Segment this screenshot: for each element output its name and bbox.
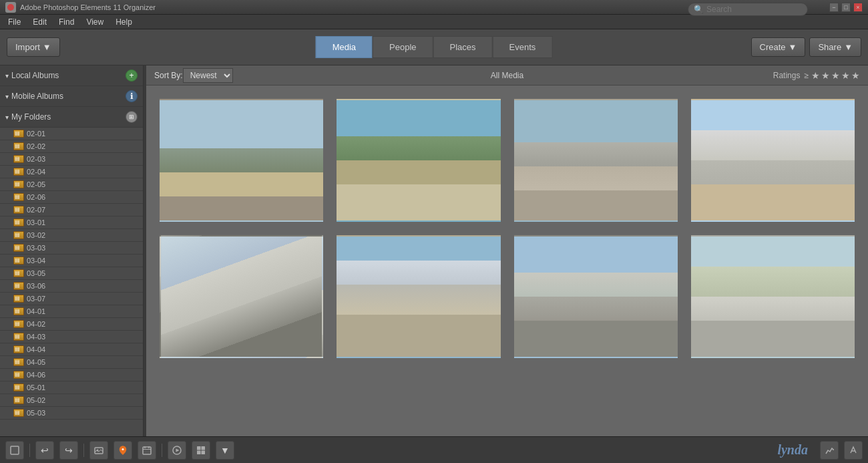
undo-button[interactable]: ↩ (35, 441, 54, 460)
tab-events[interactable]: Events (493, 36, 553, 58)
photo-thumb-4[interactable] (691, 99, 855, 222)
local-albums-header[interactable]: ▾ Local Albums + (0, 65, 143, 86)
folder-label: 04-05 (27, 358, 45, 366)
import-button[interactable]: Import ▼ (7, 37, 60, 57)
photo-thumb-5[interactable] (160, 235, 323, 358)
folder-label: 04-04 (27, 345, 45, 353)
sidebar-folder-02-05[interactable]: 02-05 (0, 178, 143, 191)
slideshow-panel-button[interactable] (5, 441, 24, 460)
svg-point-15 (833, 449, 834, 450)
create-arrow: ▼ (789, 42, 797, 52)
photo-thumb-7[interactable] (514, 235, 678, 358)
sidebar-folder-04-03[interactable]: 04-03 (0, 331, 143, 343)
menu-file[interactable]: File (3, 16, 26, 28)
tools-button-2[interactable] (844, 441, 863, 460)
lynda-logo: lynda (777, 442, 808, 458)
location-button[interactable] (114, 441, 132, 460)
maximize-button[interactable]: □ (841, 3, 851, 12)
photo-thumb-8[interactable] (691, 235, 855, 358)
photo-thumb-2[interactable] (337, 99, 500, 222)
display-dropdown-button[interactable]: ▼ (216, 441, 234, 460)
folder-icon (13, 193, 24, 201)
sidebar-folder-04-05[interactable]: 04-05 (0, 356, 143, 369)
star-2[interactable]: ★ (821, 70, 830, 81)
minimize-button[interactable]: − (829, 3, 839, 12)
photo-thumb-3[interactable] (514, 99, 678, 222)
sidebar-folder-03-07[interactable]: 03-07 (0, 293, 143, 305)
create-label: Create (760, 42, 786, 52)
folder-label: 03-05 (27, 269, 45, 277)
folder-icon (13, 333, 24, 341)
tab-people[interactable]: People (373, 36, 433, 58)
star-4[interactable]: ★ (841, 70, 850, 81)
calendar-button[interactable] (138, 441, 156, 460)
bottom-toolbar: ↩ ↪ ▼ lynda (0, 436, 868, 463)
add-media-button[interactable] (89, 441, 108, 460)
folder-label: 05-03 (27, 409, 45, 417)
folder-label: 04-01 (27, 307, 45, 315)
folder-icon (13, 155, 24, 163)
sidebar-folder-04-02[interactable]: 04-02 (0, 318, 143, 331)
redo-button[interactable]: ↪ (59, 441, 78, 460)
local-albums-arrow: ▾ (5, 72, 9, 80)
folder-icon (13, 269, 24, 277)
sort-select[interactable]: Newest Oldest Name Rating (183, 68, 233, 83)
local-albums-label: Local Albums (11, 71, 59, 80)
sidebar-folder-05-02[interactable]: 05-02 (0, 394, 143, 407)
search-input[interactable] (706, 5, 800, 14)
add-album-button[interactable]: + (126, 69, 138, 82)
svg-rect-14 (202, 450, 206, 454)
sidebar-folder-03-04[interactable]: 03-04 (0, 255, 143, 267)
sidebar-folder-02-06[interactable]: 02-06 (0, 191, 143, 204)
folder-icon (13, 130, 24, 138)
tools-button-1[interactable] (820, 441, 839, 460)
menu-view[interactable]: View (81, 16, 109, 28)
sidebar-folder-03-03[interactable]: 03-03 (0, 242, 143, 255)
sidebar-folder-04-04[interactable]: 04-04 (0, 343, 143, 356)
sidebar-folder-02-04[interactable]: 02-04 (0, 166, 143, 178)
share-button[interactable]: Share ▼ (809, 37, 861, 57)
sidebar-folder-05-03[interactable]: 05-03 (0, 407, 143, 420)
ratings-area: Ratings ≥ ★ ★ ★ ★ ★ (773, 70, 860, 81)
my-folders-expand-button[interactable]: ⊞ (126, 111, 138, 123)
sidebar-folder-03-06[interactable]: 03-06 (0, 280, 143, 293)
folder-label: 03-02 (27, 231, 45, 239)
sidebar-folder-03-02[interactable]: 03-02 (0, 229, 143, 242)
tab-places[interactable]: Places (433, 36, 493, 58)
svg-rect-13 (197, 450, 201, 454)
create-button[interactable]: Create ▼ (751, 37, 806, 57)
folder-icon (13, 218, 24, 226)
menu-edit[interactable]: Edit (27, 16, 52, 28)
top-toolbar: Import ▼ Media People Places Events Crea… (0, 29, 868, 65)
play-button[interactable] (168, 441, 186, 460)
folder-label: 03-07 (27, 295, 45, 303)
sidebar-folder-04-01[interactable]: 04-01 (0, 305, 143, 318)
mobile-albums-header[interactable]: ▾ Mobile Albums ℹ (0, 86, 143, 107)
close-button[interactable]: × (853, 3, 863, 12)
sidebar-folder-02-03[interactable]: 02-03 (0, 153, 143, 166)
folder-label: 05-01 (27, 383, 45, 392)
tab-media[interactable]: Media (316, 36, 373, 58)
sidebar-folder-03-05[interactable]: 03-05 (0, 267, 143, 280)
ratings-gte-symbol: ≥ (804, 71, 809, 80)
menu-find[interactable]: Find (53, 16, 79, 28)
photo-thumb-1[interactable] (160, 99, 323, 222)
photo-thumb-6[interactable] (337, 235, 500, 358)
import-arrow: ▼ (43, 42, 51, 52)
menu-help[interactable]: Help (110, 16, 138, 28)
sidebar-folder-02-01[interactable]: 02-01 (0, 128, 143, 140)
search-bar[interactable]: 🔍 (688, 3, 808, 16)
sidebar-folder-02-07[interactable]: 02-07 (0, 204, 143, 216)
sidebar-folder-03-01[interactable]: 03-01 (0, 216, 143, 229)
star-1[interactable]: ★ (811, 70, 820, 81)
sidebar-folder-05-01[interactable]: 05-01 (0, 381, 143, 394)
folder-label: 02-03 (27, 155, 45, 163)
star-5[interactable]: ★ (851, 70, 860, 81)
share-label: Share (818, 42, 841, 52)
star-3[interactable]: ★ (831, 70, 840, 81)
my-folders-header[interactable]: ▾ My Folders ⊞ (0, 107, 143, 128)
sidebar-folder-02-02[interactable]: 02-02 (0, 140, 143, 153)
display-options-button[interactable] (192, 441, 210, 460)
mobile-albums-info-button[interactable]: ℹ (126, 90, 138, 102)
sidebar-folder-04-06[interactable]: 04-06 (0, 369, 143, 381)
